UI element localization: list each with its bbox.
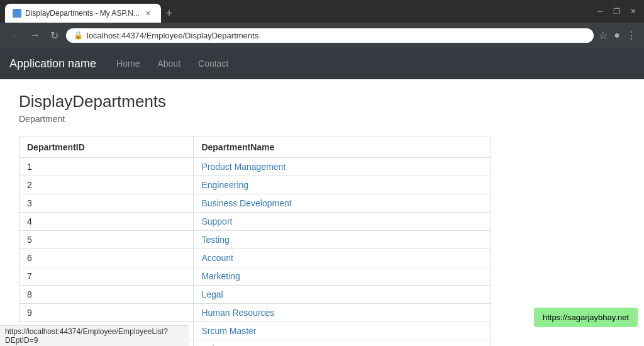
dept-name-cell: Engineering — [194, 176, 491, 194]
table-row: 4Support — [19, 213, 491, 231]
dept-name-cell: Business Development — [194, 194, 491, 213]
dept-name-cell: Srcum Master — [194, 322, 491, 340]
table-row: 2Engineering — [19, 176, 491, 194]
address-actions: ☆ ● ⋮ — [599, 30, 636, 42]
tab-title: DisplayDepartments - My ASP.N... — [25, 9, 140, 18]
page-subtitle: Department — [19, 114, 547, 124]
dept-name-link[interactable]: Testing — [201, 235, 229, 245]
dept-name-link[interactable]: Srcum Master — [201, 326, 256, 336]
lock-icon: 🔒 — [74, 31, 83, 40]
dept-name-link[interactable]: Support — [201, 216, 232, 226]
table-row: 9Human Resources — [19, 304, 491, 322]
browser-window: DisplayDepartments - My ASP.N... ✕ + ─ ❐… — [0, 0, 644, 48]
table-row: 1Product Management — [19, 158, 491, 176]
window-controls: ─ ❐ ✕ — [595, 7, 644, 20]
nav-link-home[interactable]: Home — [109, 53, 147, 74]
table-head: DepartmentID DepartmentName — [19, 137, 491, 158]
dept-name-link[interactable]: Business Development — [201, 198, 291, 208]
dept-name-cell: Human Resources — [194, 304, 491, 322]
menu-icon[interactable]: ⋮ — [626, 30, 636, 42]
dept-id-cell: 8 — [19, 286, 194, 304]
new-tab-button[interactable]: + — [161, 4, 178, 23]
dept-name-cell: Support — [194, 213, 491, 231]
page-title: DisplayDepartments — [19, 92, 547, 111]
url-text: localhost:44374/Employee/DisplayDepartme… — [87, 31, 586, 40]
restore-button[interactable]: ❐ — [611, 7, 623, 16]
dept-name-cell: Marketing — [194, 267, 491, 286]
dept-id-cell: 9 — [19, 304, 194, 322]
nav-link-contact[interactable]: Contact — [191, 53, 236, 74]
dept-id-cell: 4 — [19, 213, 194, 231]
col-header-id: DepartmentID — [19, 137, 194, 158]
back-button[interactable]: ← — [8, 30, 23, 41]
tab-favicon — [13, 9, 21, 18]
dept-name-cell: Testing — [194, 231, 491, 249]
nav-links: Home About Contact — [109, 53, 236, 74]
dept-id-cell: 7 — [19, 267, 194, 286]
dept-name-link[interactable]: Product Management — [201, 162, 286, 172]
watermark-badge: https://sagarjaybhay.net — [534, 308, 638, 327]
main-content: DisplayDepartments Department Department… — [0, 79, 566, 346]
dept-id-cell: 5 — [19, 231, 194, 249]
address-bar: ← → ↻ 🔒 localhost:44374/Employee/Display… — [0, 23, 644, 48]
bookmark-icon[interactable]: ☆ — [599, 30, 608, 42]
dept-id-cell: 1 — [19, 158, 194, 176]
dept-id-cell: 2 — [19, 176, 194, 194]
navbar: Application name Home About Contact — [0, 48, 644, 79]
dept-name-link[interactable]: Engineering — [201, 180, 248, 190]
table-row: 7Marketing — [19, 267, 491, 286]
table-body: 1Product Management2Engineering3Business… — [19, 158, 491, 347]
minimize-button[interactable]: ─ — [595, 7, 606, 16]
table-row: 3Business Development — [19, 194, 491, 213]
table-row: 8Legal — [19, 286, 491, 304]
tab-close-button[interactable]: ✕ — [143, 8, 153, 18]
departments-table: DepartmentID DepartmentName 1Product Man… — [19, 137, 491, 346]
forward-button[interactable]: → — [28, 30, 43, 41]
col-header-name: DepartmentName — [194, 137, 491, 158]
navbar-brand[interactable]: Application name — [9, 57, 96, 70]
dept-name-link[interactable]: Human Resources — [201, 308, 274, 318]
table-header-row: DepartmentID DepartmentName — [19, 137, 491, 158]
dept-id-cell: 3 — [19, 194, 194, 213]
dept-name-cell: Account — [194, 249, 491, 267]
nav-link-about[interactable]: About — [150, 53, 188, 74]
table-row: 5Testing — [19, 231, 491, 249]
table-row: 6Account — [19, 249, 491, 267]
dept-name-link[interactable]: Marketing — [201, 271, 240, 281]
account-icon[interactable]: ● — [614, 30, 620, 41]
active-tab[interactable]: DisplayDepartments - My ASP.N... ✕ — [5, 4, 161, 23]
dept-name-link[interactable]: Account — [201, 253, 233, 263]
dept-name-cell: Sales — [194, 340, 491, 347]
reload-button[interactable]: ↻ — [48, 30, 61, 42]
dept-name-cell: Legal — [194, 286, 491, 304]
url-bar[interactable]: 🔒 localhost:44374/Employee/DisplayDepart… — [66, 28, 594, 43]
status-bar: https://localhost:44374/Employee/Employe… — [0, 325, 189, 346]
close-button[interactable]: ✕ — [628, 7, 639, 16]
dept-name-cell: Product Management — [194, 158, 491, 176]
dept-name-link[interactable]: Legal — [201, 289, 223, 299]
dept-id-cell: 6 — [19, 249, 194, 267]
tab-bar: DisplayDepartments - My ASP.N... ✕ + ─ ❐… — [0, 0, 644, 23]
